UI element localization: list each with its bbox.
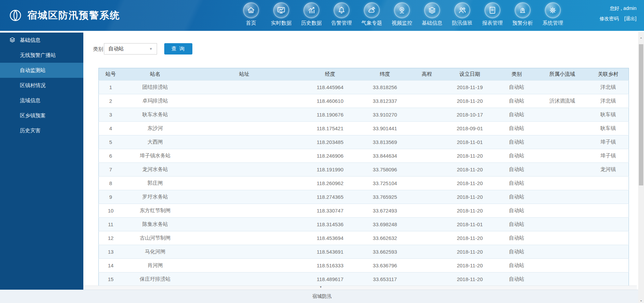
cell-village [588, 218, 629, 231]
horizontal-scrollbar[interactable]: ▾ [83, 286, 637, 290]
sidebar-item-basin-info[interactable]: 流域信息 [0, 93, 83, 108]
change-password-link[interactable]: 修改密码 [599, 16, 619, 22]
nav-item-warning-analysis[interactable]: 预警分析 [508, 0, 538, 31]
scrollbar-thumb[interactable] [639, 44, 643, 185]
realtime-data-icon [273, 2, 289, 18]
table-row[interactable]: 1 团结排涝站 118.445964 33.818256 2018-11-19 … [99, 81, 629, 94]
vertical-scrollbar[interactable]: ⌃ ⌄ [638, 32, 644, 303]
table-body: 1 团结排涝站 118.445964 33.818256 2018-11-19 … [99, 81, 629, 286]
cell-setup-date: 2018-11-20 [443, 231, 497, 245]
cell-latitude: 33.901441 [359, 122, 411, 135]
cell-station-address [188, 163, 301, 177]
cell-longitude: 118.330747 [301, 204, 359, 218]
table-row[interactable]: 15 保庄圩排涝站 118.489617 33.653117 2018-11-2… [99, 272, 629, 286]
scroll-up-arrow[interactable]: ⌃ [638, 36, 644, 42]
sidebar-item-district-town-village[interactable]: 区镇村情况 [0, 78, 83, 93]
cell-longitude: 118.445964 [301, 81, 359, 94]
cell-elevation [411, 81, 443, 94]
cell-longitude: 118.274365 [301, 190, 359, 204]
cell-setup-date: 2018-11-20 [443, 177, 497, 190]
user-area: 您好 , admin 修改密码 [退出] [599, 5, 636, 22]
table-row[interactable]: 8 郭庄闸 118.260962 33.725104 2018-11-20 自动… [99, 177, 629, 190]
cell-elevation [411, 231, 443, 245]
nav-item-report-management[interactable]: 报表管理 [477, 0, 508, 31]
category-select-value: 自动站 [108, 46, 124, 52]
cell-latitude: 33.813569 [359, 135, 411, 149]
cell-setup-date: 2018-11-20 [443, 190, 497, 204]
cell-basin [537, 218, 588, 231]
cell-setup-date: 2018-11-20 [443, 272, 497, 286]
col-setup-date: 设立日期 [443, 68, 497, 81]
cell-latitude: 33.758096 [359, 163, 411, 177]
cell-elevation [411, 259, 443, 272]
table-row[interactable]: 10 东方红节制闸 118.330747 33.672493 2018-11-2… [99, 204, 629, 218]
nav-item-realtime-data[interactable]: 实时数据 [266, 0, 296, 31]
cell-station-no: 3 [99, 108, 123, 122]
cell-station-name: 东沙河 [123, 122, 188, 135]
scroll-down-icon[interactable]: ▾ [320, 285, 322, 289]
sidebar-item-auto-monitor-station[interactable]: 自动监测站 [0, 63, 83, 78]
table-row[interactable]: 13 马化河闸 118.543691 33.662593 2018-11-20 … [99, 245, 629, 259]
cell-latitude: 33.672493 [359, 204, 411, 218]
nav-label: 系统管理 [542, 20, 563, 26]
cell-basin [537, 245, 588, 259]
cell-category: 自动站 [497, 108, 537, 122]
cell-station-no: 4 [99, 122, 123, 135]
nav-item-flood-duty[interactable]: 防汛值班 [447, 0, 477, 31]
cell-longitude: 118.246906 [301, 149, 359, 163]
cell-village: 埠子镇 [588, 135, 629, 149]
table-row[interactable]: 14 肖河闸 118.516333 33.636796 2018-11-20 自… [99, 259, 629, 272]
cell-elevation [411, 163, 443, 177]
nav-item-basic-info[interactable]: 基础信息 [417, 0, 447, 31]
cell-village: 洋北镇 [588, 81, 629, 94]
table-row[interactable]: 3 耿车水务站 118.190676 33.910270 2018-10-17 … [99, 108, 629, 122]
main-content: 类别 自动站 ▼ 查 询 站号 站名 站址 经度 纬度 高程 设立日期 类别 [83, 33, 637, 286]
query-button[interactable]: 查 询 [164, 43, 192, 54]
cell-elevation [411, 204, 443, 218]
cell-basin [537, 81, 588, 94]
cell-village: 耿车镇 [588, 108, 629, 122]
cell-station-no: 15 [99, 272, 123, 286]
table-row[interactable]: 9 罗圩水务站 118.274365 33.765925 2018-11-20 … [99, 190, 629, 204]
cell-longitude: 118.314536 [301, 218, 359, 231]
cell-category: 自动站 [497, 218, 537, 231]
table-row[interactable]: 6 埠子镇水务站 118.246906 33.844634 2018-11-20… [99, 149, 629, 163]
table-row[interactable]: 2 卓玛排涝站 118.460610 33.812337 2018-11-20 … [99, 94, 629, 108]
nav-item-video-monitor[interactable]: 视频监控 [387, 0, 417, 31]
table-row[interactable]: 4 东沙河 118.175421 33.901441 2018-09-01 自动… [99, 122, 629, 135]
cell-category: 自动站 [497, 259, 537, 272]
home-icon [243, 2, 259, 18]
cell-station-name: 陈集水务站 [123, 218, 188, 231]
col-longitude: 经度 [301, 68, 359, 81]
cell-basin [537, 149, 588, 163]
cell-station-address [188, 272, 301, 286]
cell-category: 自动站 [497, 135, 537, 149]
sidebar-group-basic-info[interactable]: 基础信息 [0, 33, 83, 48]
cell-longitude: 118.203485 [301, 135, 359, 149]
cell-longitude: 118.460610 [301, 94, 359, 108]
nav-item-history-data[interactable]: 历史数据 [296, 0, 326, 31]
col-elevation: 高程 [411, 68, 443, 81]
cell-village [588, 190, 629, 204]
app-title: 宿城区防汛预警系统 [27, 9, 120, 22]
cell-village: 洋北镇 [588, 94, 629, 108]
nav-item-weather-special[interactable]: 气象专题 [357, 0, 387, 31]
col-station-address: 站址 [188, 68, 301, 81]
table-row[interactable]: 7 龙河水务站 118.191990 33.758096 2018-11-20 … [99, 163, 629, 177]
cell-latitude: 33.844634 [359, 149, 411, 163]
cell-station-name: 卓玛排涝站 [123, 94, 188, 108]
scroll-down-arrow[interactable]: ⌄ [638, 297, 644, 303]
sidebar-item-township-plan[interactable]: 区乡镇预案 [0, 108, 83, 123]
table-row[interactable]: 5 大西闸 118.203485 33.813569 2018-11-01 自动… [99, 135, 629, 149]
logout-link[interactable]: [退出] [624, 16, 636, 22]
category-select[interactable]: 自动站 ▼ [104, 43, 157, 54]
sidebar-item-wireless-warning-broadcast[interactable]: 无线预警广播站 [0, 48, 83, 63]
table-row[interactable]: 11 陈集水务站 118.314536 33.698248 2018-11-01… [99, 218, 629, 231]
nav-item-home[interactable]: 首页 [236, 0, 266, 31]
nav-item-system-management[interactable]: 系统管理 [538, 0, 568, 31]
sidebar-item-history-disaster[interactable]: 历史灾害 [0, 123, 83, 138]
cell-station-address [188, 94, 301, 108]
table-row[interactable]: 12 古山河节制闸 118.453694 33.662632 2018-11-2… [99, 231, 629, 245]
cell-elevation [411, 94, 443, 108]
nav-item-alert-management[interactable]: 告警管理 [326, 0, 357, 31]
